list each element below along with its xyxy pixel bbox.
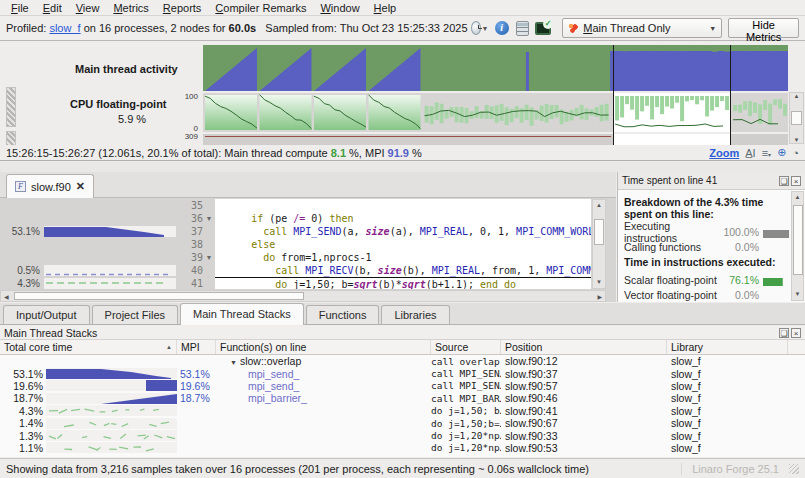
display-check-icon[interactable]: ✓ [535,19,551,37]
function-cell[interactable]: mpi_send_ [216,368,431,380]
expander-icon[interactable]: ▼ [230,359,237,366]
code-line[interactable]: 35 [183,199,591,212]
stat-value: 0.0% [719,241,759,253]
stat-bar [763,291,789,299]
menu-item-window[interactable]: Window [313,0,366,16]
main-thread-activity-chart[interactable] [203,45,788,91]
function-cell[interactable]: mpi_barrier_ [216,392,431,404]
line-panel-scrollbar[interactable]: ▲▼ [791,191,804,301]
code-line[interactable]: 39▼ do from=1,nprocs-1 [183,251,591,264]
scroll-down-icon[interactable]: ▼ [794,137,800,143]
instructions-heading: Time in instructions executed: [624,256,789,268]
thread-selector-label: Main Thread Only [583,22,670,34]
code-horizontal-scrollbar[interactable]: ◀▶ [0,290,606,302]
selection-start-line[interactable] [613,45,614,145]
function-cell[interactable]: ▼slow::overlap [216,355,431,367]
menu-item-help[interactable]: Help [367,0,404,16]
thread-selector-dropdown[interactable]: Main Thread Only ▼ [562,18,722,38]
fold-collapse-icon[interactable]: ▼ [203,254,215,261]
close-icon[interactable]: ✕ [76,180,85,193]
splitter[interactable] [0,162,805,172]
function-name: mpi_barrier_ [248,392,307,404]
navigate-icon[interactable]: ⊕ [777,146,786,159]
stat-label: Scalar floating-point [624,274,719,286]
line-number: 39 [183,252,203,263]
hide-metrics-button[interactable]: Hide Metrics [728,18,799,38]
fortran-file-icon: F [15,181,26,192]
tab-functions[interactable]: Functions [306,305,380,324]
scroll-up-icon[interactable]: ▲ [795,192,801,203]
column-header-position[interactable]: Position [501,340,667,354]
calculator-icon[interactable] [515,19,529,37]
line-number: 40 [183,265,203,276]
tab-libraries[interactable]: Libraries [381,305,449,324]
column-header-total-core-time[interactable]: Total core time▲ [0,340,177,354]
float-panel-icon[interactable]: ❏ [779,328,789,338]
code-line[interactable]: 41 do j=1,50; b=sqrt(b)*sqrt(b+1.1); end… [183,277,591,289]
zoom-link[interactable]: Zoom [709,147,739,159]
column-header-source[interactable]: Source [431,340,501,354]
scroll-right-icon[interactable]: ▶ [594,293,605,300]
stacks-column-headers: Total core time▲MPIFunction(s) on lineSo… [0,340,805,355]
code-vertical-scrollbar[interactable]: ▲▼ [592,199,606,289]
menu-item-edit[interactable]: Edit [36,0,69,16]
core-time-bar [46,393,177,404]
stat-bar [763,243,789,251]
scroll-down-icon[interactable]: ▼ [795,289,801,300]
table-row[interactable]: 1.1%do j=1,20*np…slow.f90:53slow_f [0,442,805,454]
code-line[interactable]: 36▼ if (pe /= 0) then [183,212,591,225]
resize-grip[interactable] [789,464,799,474]
tab-input-output[interactable]: Input/Output [3,305,90,324]
table-row[interactable]: 53.1%53.1%mpi_send_call MPI_SEN…slow.f90… [0,367,805,379]
table-row[interactable]: ▼slow::overlapcall overlapslow.f90:12slo… [0,355,805,367]
metric-drag-handle[interactable] [6,87,16,127]
cpu-floating-point-chart[interactable] [203,93,788,132]
tab-project-files[interactable]: Project Files [92,305,179,324]
float-panel-icon[interactable]: ❏ [779,176,789,186]
menu-item-metrics[interactable]: Metrics [106,0,155,16]
cpu-scale-top: 100 [178,92,198,101]
menu-item-view[interactable]: View [69,0,107,16]
code-line[interactable]: 40 call MPI_RECV(b, size(b), MPI_REAL, f… [183,264,591,277]
table-row[interactable]: 1.3%do j=1,20*np…slow.f90:33slow_f [0,429,805,441]
scroll-up-icon[interactable]: ▲ [596,200,602,211]
table-row[interactable]: 18.7%18.7%mpi_barrier_call MPI_BAR…slow.… [0,392,805,404]
bottom-tab-bar: Input/OutputProject FilesMain Thread Sta… [0,303,805,325]
function-cell[interactable]: mpi_send_ [216,380,431,392]
total-core-time-cell: 1.3% [0,430,46,442]
code-line[interactable]: 37 call MPI_SEND(a, size(a), MPI_REAL, 0… [183,225,591,238]
fold-collapse-icon[interactable]: ▼ [203,215,215,222]
program-link[interactable]: slow_f [49,22,80,34]
close-icon[interactable]: × [791,176,801,186]
sampled-from: Sampled from: Thu Oct 23 15:25:33 2025 [265,22,467,34]
code-line[interactable]: 38 else [183,238,591,251]
stacks-table-body: ▼slow::overlapcall overlapslow.f90:12slo… [0,355,805,455]
clock-history-icon[interactable]: ▼ [471,19,489,37]
close-icon[interactable]: × [791,328,801,338]
menu-item-compiler-remarks[interactable]: Compiler Remarks [208,0,313,16]
column-header-function-s-on-line[interactable]: Function(s) on line [216,340,431,354]
gutter-bar [44,278,176,289]
clock-icon[interactable]: ◔ [792,147,799,159]
file-tab-slow-f90[interactable]: F slow.f90 ✕ [6,174,94,198]
scroll-left-icon[interactable]: ◀ [1,293,12,300]
selection-end-line[interactable] [730,45,731,145]
column-header-mpi[interactable]: MPI [177,340,216,354]
table-row[interactable]: 19.6%19.6%mpi_send_call MPI_SEN…slow.f90… [0,380,805,392]
file-tab-label: slow.f90 [31,181,71,193]
menu-bar: FileEditViewMetricsReportsCompiler Remar… [0,0,805,16]
select-cursor-icon[interactable]: A̲I [745,147,755,159]
code-panel[interactable]: 3536▼ if (pe /= 0) then37 call MPI_SEND(… [183,199,591,289]
column-header-library[interactable]: Library [667,340,788,354]
menu-item-file[interactable]: File [4,0,36,16]
lines-menu-icon[interactable]: ≡▾ [762,147,771,159]
tab-main-thread-stacks[interactable]: Main Thread Stacks [180,303,304,325]
menu-item-reports[interactable]: Reports [156,0,209,16]
scroll-down-icon[interactable]: ▼ [596,277,602,288]
table-row[interactable]: 4.3%do j=1,50; b…slow.f90:41slow_f [0,405,805,417]
metrics-scrollbar[interactable]: ▲▼ [789,92,804,144]
gutter-bar [44,265,176,276]
info-icon[interactable]: i [495,19,509,37]
table-row[interactable]: 1.4%do j=1,50;b=…slow.f90:67slow_f [0,417,805,429]
scroll-up-icon[interactable]: ▲ [794,93,800,99]
